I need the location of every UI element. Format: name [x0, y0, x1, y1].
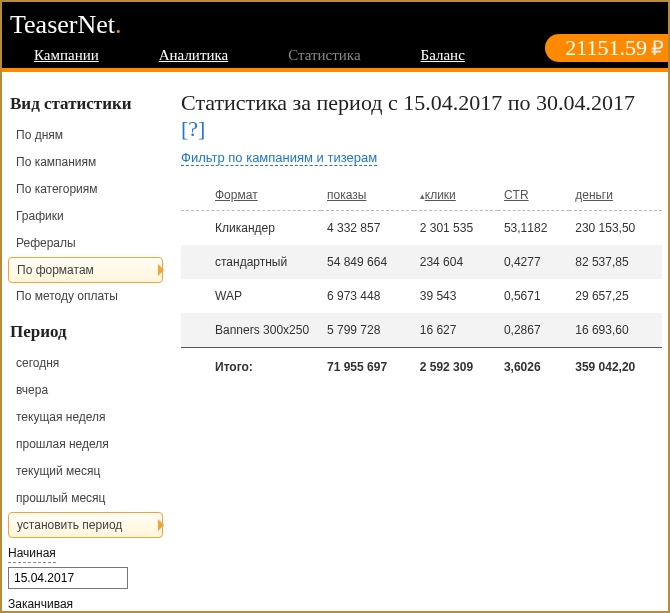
period-heading: Период: [8, 310, 163, 350]
cell-impr: 6 973 448: [321, 279, 414, 313]
cell-money: 230 153,50: [569, 211, 662, 246]
cell-clicks: 2 301 535: [414, 211, 498, 246]
to-label: Заканчивая: [8, 591, 73, 613]
period-item-6[interactable]: установить период: [8, 512, 163, 538]
cell-ctr: 0,2867: [498, 313, 569, 348]
stats-item-1[interactable]: По кампаниям: [8, 149, 163, 176]
col-impressions[interactable]: показы: [321, 180, 414, 211]
page-title: Статистика за период с 15.04.2017 по 30.…: [181, 90, 662, 142]
from-label: Начиная: [8, 540, 56, 563]
stats-item-4[interactable]: Рефералы: [8, 230, 163, 257]
table-row: стандартный54 849 664234 6040,427782 537…: [181, 245, 662, 279]
period-item-1[interactable]: вчера: [8, 377, 163, 404]
stats-heading: Вид статистики: [8, 82, 163, 122]
help-icon[interactable]: [?]: [181, 116, 205, 141]
cell-clicks: 39 543: [414, 279, 498, 313]
main-content: Статистика за период с 15.04.2017 по 30.…: [181, 82, 662, 613]
table-total: Итого:71 955 6972 592 3093,6026359 042,2…: [181, 348, 662, 385]
table-row: Banners 300x2505 799 72816 6270,286716 6…: [181, 313, 662, 348]
col-format[interactable]: Формат: [181, 180, 321, 211]
stats-item-3[interactable]: Графики: [8, 203, 163, 230]
cell-money: 82 537,85: [569, 245, 662, 279]
cell-format: Кликандер: [181, 211, 321, 246]
col-ctr[interactable]: CTR: [498, 180, 569, 211]
cell-clicks: 234 604: [414, 245, 498, 279]
stats-item-6[interactable]: По методу оплаты: [8, 283, 163, 310]
topbar: TeaserNet. Кампании Аналитика Статистика…: [2, 2, 668, 68]
stats-item-0[interactable]: По дням: [8, 122, 163, 149]
cell-format: Banners 300x250: [181, 313, 321, 348]
filter-link[interactable]: Фильтр по кампаниям и тизерам: [181, 150, 377, 166]
period-item-0[interactable]: сегодня: [8, 350, 163, 377]
col-clicks[interactable]: клики: [414, 180, 498, 211]
period-item-2[interactable]: текущая неделя: [8, 404, 163, 431]
balance-pill[interactable]: 21151.59₽: [545, 34, 668, 62]
period-item-5[interactable]: прошлый месяц: [8, 485, 163, 512]
cell-clicks: 16 627: [414, 313, 498, 348]
table-row: WAP6 973 44839 5430,567129 657,25: [181, 279, 662, 313]
cell-money: 29 657,25: [569, 279, 662, 313]
cell-money: 16 693,60: [569, 313, 662, 348]
stats-table: Формат показы клики CTR деньги Кликандер…: [181, 180, 662, 384]
col-money[interactable]: деньги: [569, 180, 662, 211]
nav-balance[interactable]: Баланс: [411, 43, 475, 69]
nav-analytics[interactable]: Аналитика: [149, 43, 238, 69]
cell-ctr: 53,1182: [498, 211, 569, 246]
from-input[interactable]: [8, 567, 128, 589]
nav-statistics[interactable]: Статистика: [278, 43, 370, 69]
stats-item-2[interactable]: По категориям: [8, 176, 163, 203]
cell-format: стандартный: [181, 245, 321, 279]
cell-impr: 54 849 664: [321, 245, 414, 279]
stats-item-5[interactable]: По форматам: [8, 257, 163, 283]
cell-ctr: 0,4277: [498, 245, 569, 279]
table-row: Кликандер4 332 8572 301 53553,1182230 15…: [181, 211, 662, 246]
cell-format: WAP: [181, 279, 321, 313]
cell-impr: 5 799 728: [321, 313, 414, 348]
period-item-4[interactable]: текущий месяц: [8, 458, 163, 485]
cell-impr: 4 332 857: [321, 211, 414, 246]
sidebar: Вид статистики По днямПо кампаниямПо кат…: [8, 82, 163, 613]
period-item-3[interactable]: прошлая неделя: [8, 431, 163, 458]
nav-campaigns[interactable]: Кампании: [24, 43, 109, 69]
cell-ctr: 0,5671: [498, 279, 569, 313]
main-nav: Кампании Аналитика Статистика Баланс 211…: [24, 34, 668, 64]
